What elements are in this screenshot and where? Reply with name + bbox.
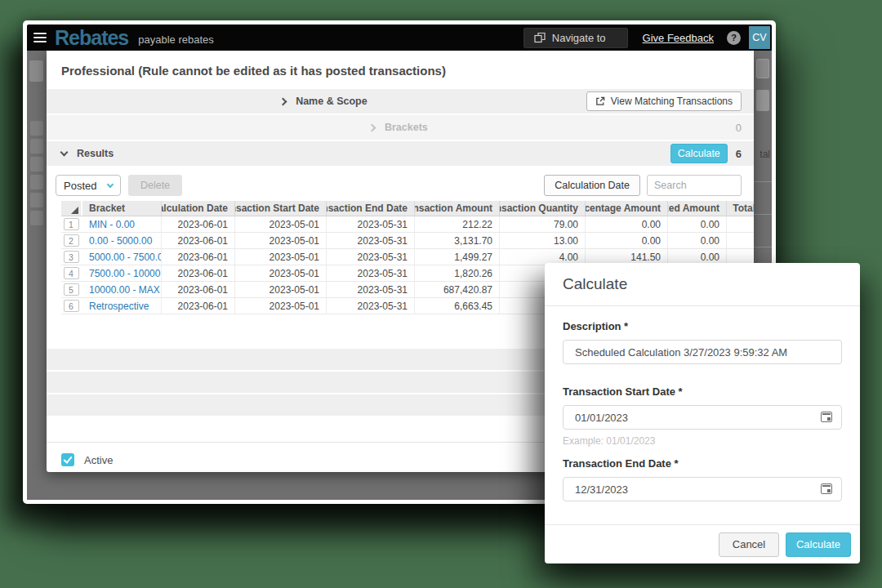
column-header-transaction_quantity[interactable]: Transaction Quantity (499, 201, 585, 216)
start-date-field[interactable] (563, 405, 842, 430)
column-header-total[interactable]: Total (726, 201, 754, 216)
rule-modal-title: Professional (Rule cannot be edited as i… (47, 51, 754, 89)
bracket-link[interactable]: 7500.00 - 10000.00 (82, 265, 161, 281)
column-header-fixed_amount[interactable]: Fixed Amount (667, 201, 726, 216)
background-page-fragment (756, 59, 769, 78)
view-matching-transactions-button[interactable]: View Matching Transactions (586, 91, 742, 111)
bracket-link[interactable]: 0.00 - 5000.00 (82, 233, 161, 248)
start-date-label: Transaction Start Date * (563, 385, 842, 398)
cell-transaction_start_date: 2023-05-01 (234, 265, 326, 281)
row-number[interactable]: 4 (64, 267, 79, 279)
cell-transaction_amount: 3,131.70 (414, 233, 499, 248)
bracket-link[interactable]: Retrospective (82, 298, 161, 314)
cell-transaction_end_date: 2023-05-31 (326, 282, 414, 297)
column-header-transaction_start_date[interactable]: Transaction Start Date (234, 201, 326, 216)
user-avatar[interactable]: CV (749, 26, 770, 49)
background-page-fragment (756, 90, 769, 111)
cell-calculation_date: 2023-06-01 (161, 249, 234, 265)
calendar-icon[interactable] (821, 412, 832, 422)
section-name-scope[interactable]: Name & Scope View Matching Transactions (47, 89, 754, 114)
windows-icon (534, 32, 546, 43)
calendar-icon[interactable] (821, 483, 832, 494)
cell-transaction_start_date: 2023-05-01 (234, 233, 326, 248)
brackets-count: 0 (736, 122, 742, 134)
row-number[interactable]: 1 (64, 218, 79, 230)
row-number[interactable]: 3 (64, 251, 79, 263)
menu-icon[interactable] (33, 33, 47, 42)
cell-transaction_amount: 212.22 (414, 216, 499, 232)
background-page-fragment (30, 139, 43, 154)
cell-transaction_amount: 687,420.87 (414, 282, 499, 297)
status-filter-value: Posted (64, 180, 96, 192)
chevron-right-icon (279, 97, 287, 105)
cancel-button[interactable]: Cancel (719, 532, 779, 557)
cell-percentage_amount: 0.00 (585, 216, 667, 232)
cell-transaction_end_date: 2023-05-31 (326, 233, 414, 248)
start-date-example: Example: 01/01/2023 (563, 435, 842, 447)
bracket-link[interactable]: MIN - 0.00 (82, 216, 161, 232)
help-icon[interactable]: ? (727, 31, 741, 45)
column-header-transaction_amount[interactable]: Transaction Amount (414, 201, 499, 216)
navigate-to-button[interactable]: Navigate to (523, 28, 628, 48)
background-page-fragment (754, 181, 772, 182)
external-link-icon (595, 96, 605, 106)
delete-button[interactable]: Delete (128, 175, 182, 196)
background-page-fragment (30, 175, 43, 189)
cell-transaction_amount: 6,663.45 (414, 298, 499, 314)
calculation-date-button[interactable]: Calculation Date (544, 175, 640, 196)
topbar: Rebates payable rebates Navigate to Give… (27, 24, 772, 51)
background-page-fragment (754, 247, 772, 247)
calculate-dialog-footer: Cancel Calculate (545, 524, 860, 564)
cell-transaction_end_date: 2023-05-31 (326, 298, 414, 314)
background-page-fragment (754, 214, 772, 215)
cell-transaction_quantity: 79.00 (499, 216, 585, 232)
cell-transaction_start_date: 2023-05-01 (234, 298, 326, 314)
row-number[interactable]: 6 (64, 300, 79, 312)
background-page-fragment (30, 193, 43, 207)
end-date-field[interactable] (563, 477, 842, 501)
cell-transaction_start_date: 2023-05-01 (234, 216, 326, 232)
give-feedback-link[interactable]: Give Feedback (643, 32, 714, 44)
calculate-button[interactable]: Calculate (670, 144, 728, 163)
select-all-cell[interactable] (61, 201, 81, 216)
calculate-submit-button[interactable]: Calculate (786, 532, 851, 557)
column-header-percentage_amount[interactable]: Percentage Amount (585, 201, 667, 216)
active-checkbox[interactable] (61, 453, 74, 466)
description-field[interactable] (563, 340, 842, 364)
cell-transaction_end_date: 2023-05-31 (326, 249, 414, 265)
column-header-bracket[interactable]: Bracket (82, 201, 161, 216)
background-page-fragment (30, 157, 43, 172)
background-total-fragment: tal (760, 149, 770, 160)
row-number[interactable]: 5 (64, 283, 79, 296)
section-brackets[interactable]: Brackets 0 (47, 115, 754, 140)
description-label: Description * (563, 320, 842, 332)
cell-calculation_date: 2023-06-01 (161, 216, 234, 232)
app-logo: Rebates (55, 28, 128, 48)
section-results[interactable]: Results Calculate 6 (47, 141, 754, 166)
chevron-right-icon (368, 123, 376, 131)
column-header-calculation_date[interactable]: Calculation Date (161, 201, 234, 216)
bracket-link[interactable]: 10000.00 - MAX (82, 282, 161, 297)
background-page-fragment (30, 121, 43, 136)
cell-transaction_start_date: 2023-05-01 (234, 282, 326, 297)
cell-calculation_date: 2023-06-01 (161, 233, 234, 248)
end-date-label: Transaction End Date * (563, 457, 842, 470)
cell-calculation_date: 2023-06-01 (161, 298, 234, 314)
results-count: 6 (736, 148, 742, 160)
active-label: Active (84, 454, 113, 466)
column-header-transaction_end_date[interactable]: Transaction End Date (326, 201, 414, 216)
table-row: 1MIN - 0.002023-06-012023-05-012023-05-3… (61, 216, 754, 233)
section-label: Results (77, 148, 114, 159)
navigate-to-label: Navigate to (552, 32, 606, 44)
select-all-triangle-icon (71, 207, 78, 214)
row-number[interactable]: 2 (64, 234, 79, 247)
cell-transaction_end_date: 2023-05-31 (326, 216, 414, 232)
status-filter-select[interactable]: Posted (56, 175, 121, 196)
search-input[interactable] (647, 175, 742, 196)
section-label: Name & Scope (296, 96, 368, 107)
cell-transaction_amount: 1,499.27 (414, 249, 499, 265)
background-page-fragment (29, 60, 43, 82)
section-label: Brackets (385, 122, 428, 133)
bracket-link[interactable]: 5000.00 - 7500.00 (82, 249, 161, 265)
page-subtitle: payable rebates (138, 33, 214, 46)
